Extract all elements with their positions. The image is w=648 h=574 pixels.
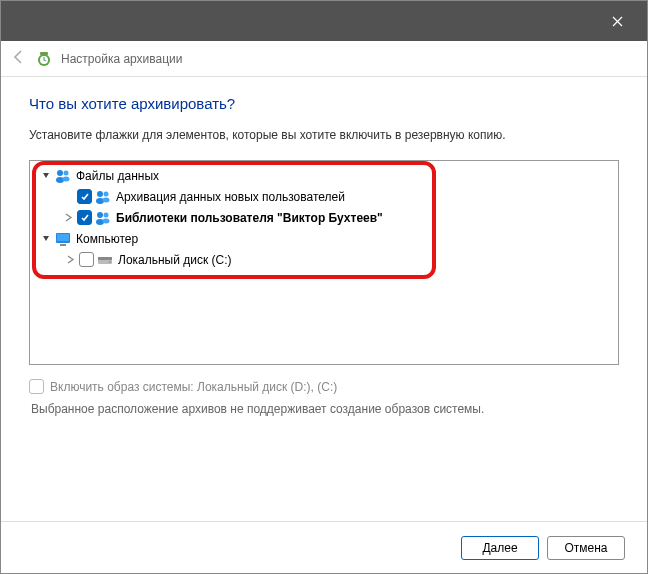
svg-rect-17 (60, 244, 66, 246)
next-button[interactable]: Далее (461, 536, 539, 560)
page-heading: Что вы хотите архивировать? (29, 95, 619, 112)
backup-settings-window: Настройка архивации Что вы хотите архиви… (0, 0, 648, 574)
svg-rect-19 (98, 257, 112, 260)
backup-items-tree: Файлы данных Архивация данных новых поль… (29, 160, 619, 365)
footer-bar: Далее Отмена (1, 521, 647, 573)
header-bar: Настройка архивации (1, 41, 647, 77)
svg-point-13 (104, 212, 109, 217)
monitor-icon (55, 231, 71, 247)
tree-label: Файлы данных (76, 169, 159, 183)
chevron-down-icon[interactable] (40, 170, 52, 182)
svg-point-10 (103, 197, 110, 202)
svg-point-20 (109, 261, 111, 263)
titlebar (1, 1, 647, 41)
svg-point-7 (97, 191, 103, 197)
svg-point-14 (103, 218, 110, 223)
checkbox-new-users[interactable] (77, 189, 92, 204)
users-icon (55, 168, 71, 184)
tree-node-data-files[interactable]: Файлы данных (30, 165, 618, 186)
tree-label: Библиотеки пользователя "Виктор Бухтеев" (116, 211, 383, 225)
disk-icon (97, 252, 113, 268)
tree-node-computer[interactable]: Компьютер (30, 228, 618, 249)
system-image-warning: Выбранное расположение архивов не поддер… (31, 402, 619, 416)
backup-clock-icon (35, 50, 53, 68)
content-area: Что вы хотите архивировать? Установите ф… (1, 77, 647, 521)
svg-point-6 (63, 176, 70, 181)
users-icon (95, 210, 111, 226)
tree-node-local-disk[interactable]: Локальный диск (C:) (30, 249, 618, 270)
checkbox-libraries[interactable] (77, 210, 92, 225)
header-title: Настройка архивации (61, 52, 183, 66)
chevron-right-icon[interactable] (64, 254, 76, 266)
tree-label: Локальный диск (C:) (118, 253, 232, 267)
cancel-button[interactable]: Отмена (547, 536, 625, 560)
close-button[interactable] (595, 1, 639, 41)
svg-point-5 (64, 170, 69, 175)
back-arrow-icon[interactable] (11, 49, 27, 69)
svg-point-3 (57, 170, 63, 176)
svg-point-9 (104, 191, 109, 196)
chevron-right-icon[interactable] (62, 212, 74, 224)
svg-point-11 (97, 212, 103, 218)
svg-rect-16 (57, 234, 69, 241)
tree-node-new-users[interactable]: Архивация данных новых пользователей (30, 186, 618, 207)
page-subtext: Установите флажки для элементов, которые… (29, 128, 619, 142)
system-image-label: Включить образ системы: Локальный диск (… (50, 380, 337, 394)
system-image-option: Включить образ системы: Локальный диск (… (29, 379, 619, 394)
checkbox-local-disk[interactable] (79, 252, 94, 267)
users-icon (95, 189, 111, 205)
svg-rect-1 (40, 52, 48, 55)
tree-label: Архивация данных новых пользователей (116, 190, 345, 204)
spacer (62, 191, 74, 203)
chevron-down-icon[interactable] (40, 233, 52, 245)
tree-label: Компьютер (76, 232, 138, 246)
tree-node-libraries[interactable]: Библиотеки пользователя "Виктор Бухтеев" (30, 207, 618, 228)
checkbox-system-image (29, 379, 44, 394)
